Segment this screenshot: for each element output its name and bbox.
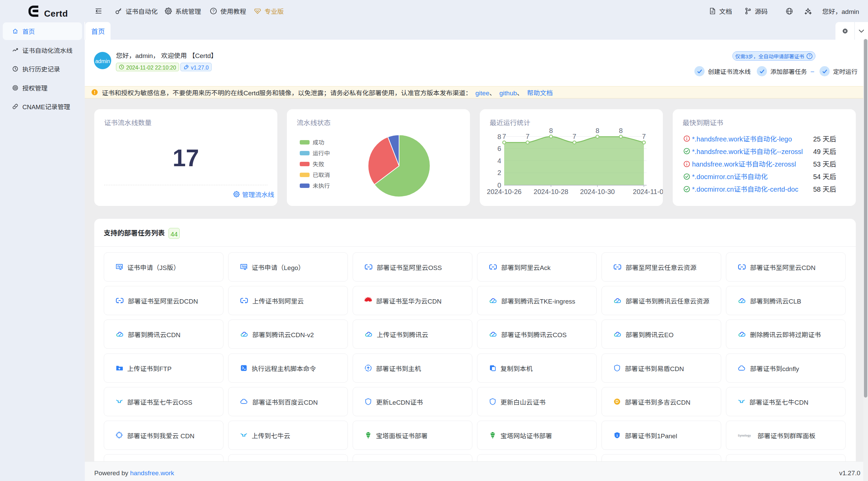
svg-text:D: D [615,399,618,404]
svg-text:6: 6 [497,145,501,152]
svg-text:?: ? [808,54,810,58]
svg-text:7: 7 [642,133,646,140]
svg-text:7: 7 [502,133,506,140]
svg-text:1: 1 [616,434,618,437]
svg-text:8: 8 [619,127,623,134]
svg-text:4: 4 [497,157,501,165]
svg-text:8: 8 [549,127,553,134]
svg-text:Synology: Synology [738,434,751,437]
svg-text:8: 8 [497,133,501,140]
svg-text:?: ? [212,9,215,14]
svg-text:7: 7 [572,133,576,140]
svg-text:7: 7 [526,133,529,140]
svg-text:2024-11-01: 2024-11-01 [633,188,663,195]
svg-text:2024-10-26: 2024-10-26 [487,188,521,195]
svg-text:2024-10-30: 2024-10-30 [580,188,615,195]
svg-text:2024-10-28: 2024-10-28 [534,188,568,195]
svg-text:2: 2 [497,169,501,176]
svg-text:8: 8 [595,127,599,134]
